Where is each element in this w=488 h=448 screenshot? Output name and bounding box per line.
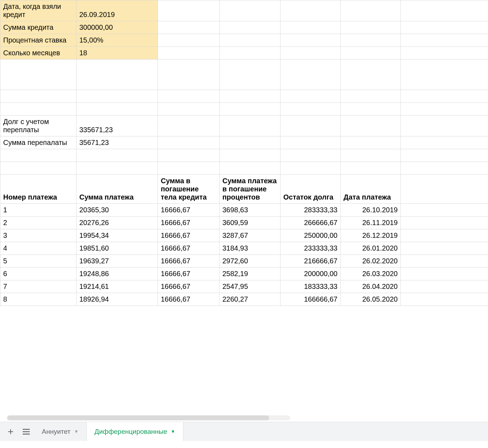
cell-interest[interactable]: 2972,60: [220, 255, 280, 268]
cell[interactable]: [0, 103, 76, 116]
cell-payment[interactable]: 20276,26: [76, 217, 158, 229]
cell[interactable]: [341, 34, 401, 47]
cell-interest[interactable]: 2547,95: [220, 280, 280, 293]
cell[interactable]: [280, 149, 341, 162]
cell[interactable]: [280, 116, 341, 136]
table-row[interactable]: 8 18926,94 16666,67 2260,27 166666,67 26…: [0, 293, 488, 306]
summary-overpay-value[interactable]: 35671,23: [76, 136, 158, 149]
cell[interactable]: [341, 162, 401, 175]
cell[interactable]: [341, 60, 401, 90]
cell[interactable]: [341, 103, 401, 116]
cell-balance[interactable]: 200000,00: [280, 268, 341, 280]
cell[interactable]: [220, 136, 280, 149]
cell-principal[interactable]: 16666,67: [158, 204, 220, 217]
cell-payment[interactable]: 20365,30: [76, 204, 158, 217]
param-date-value[interactable]: 26.09.2019: [76, 0, 158, 21]
cell-interest[interactable]: 3609,59: [220, 217, 280, 229]
cell-principal[interactable]: 16666,67: [158, 242, 220, 255]
cell[interactable]: [401, 268, 488, 280]
param-months-label[interactable]: Сколько месяцев: [0, 47, 76, 60]
cell[interactable]: [401, 34, 488, 47]
cell[interactable]: [158, 149, 220, 162]
cell[interactable]: [401, 0, 488, 21]
add-sheet-button[interactable]: [3, 424, 18, 439]
all-sheets-button[interactable]: [18, 424, 34, 439]
cell[interactable]: [158, 0, 220, 21]
scrollbar-thumb[interactable]: [7, 415, 269, 420]
param-amount-label[interactable]: Сумма кредита: [0, 21, 76, 34]
table-row[interactable]: 3 19954,34 16666,67 3287,67 250000,00 26…: [0, 229, 488, 242]
cell[interactable]: [220, 116, 280, 136]
cell-date[interactable]: 26.12.2019: [341, 229, 401, 242]
cell[interactable]: [280, 162, 341, 175]
table-row[interactable]: 5 19639,27 16666,67 2972,60 216666,67 26…: [0, 255, 488, 268]
cell[interactable]: [220, 0, 280, 21]
cell[interactable]: [220, 47, 280, 60]
cell-payment[interactable]: 18926,94: [76, 293, 158, 306]
cell-interest[interactable]: 3698,63: [220, 204, 280, 217]
cell-date[interactable]: 26.01.2020: [341, 242, 401, 255]
cell[interactable]: [280, 0, 341, 21]
cell[interactable]: [0, 162, 76, 175]
cell-principal[interactable]: 16666,67: [158, 229, 220, 242]
cell-payment[interactable]: 19954,34: [76, 229, 158, 242]
cell-num[interactable]: 1: [0, 204, 76, 217]
cell-balance[interactable]: 233333,33: [280, 242, 341, 255]
cell[interactable]: [401, 280, 488, 293]
cell[interactable]: [220, 149, 280, 162]
cell[interactable]: [76, 149, 158, 162]
cell[interactable]: [158, 103, 220, 116]
cell-num[interactable]: 8: [0, 293, 76, 306]
cell-principal[interactable]: 16666,67: [158, 280, 220, 293]
cell-payment[interactable]: 19214,61: [76, 280, 158, 293]
cell[interactable]: [158, 136, 220, 149]
col-header-date[interactable]: Дата платежа: [341, 175, 401, 204]
cell-num[interactable]: 3: [0, 229, 76, 242]
cell[interactable]: [280, 90, 341, 103]
cell[interactable]: [220, 162, 280, 175]
cell[interactable]: [401, 136, 488, 149]
col-header-payment[interactable]: Сумма платежа: [76, 175, 158, 204]
cell[interactable]: [401, 21, 488, 34]
cell[interactable]: [341, 0, 401, 21]
horizontal-scrollbar[interactable]: [7, 415, 290, 420]
cell-payment[interactable]: 19851,60: [76, 242, 158, 255]
cell-num[interactable]: 2: [0, 217, 76, 229]
cell-date[interactable]: 26.11.2019: [341, 217, 401, 229]
cell[interactable]: [280, 21, 341, 34]
cell[interactable]: [220, 103, 280, 116]
cell-interest[interactable]: 3184,93: [220, 242, 280, 255]
cell[interactable]: [401, 90, 488, 103]
cell-principal[interactable]: 16666,67: [158, 255, 220, 268]
cell[interactable]: [158, 60, 220, 90]
cell[interactable]: [0, 149, 76, 162]
cell-balance[interactable]: 250000,00: [280, 229, 341, 242]
param-date-label[interactable]: Дата, когда взяли кредит: [0, 0, 76, 21]
cell[interactable]: [220, 60, 280, 90]
cell[interactable]: [158, 90, 220, 103]
cell-date[interactable]: 26.02.2020: [341, 255, 401, 268]
cell[interactable]: [401, 229, 488, 242]
cell[interactable]: [341, 116, 401, 136]
sheet-tab-differentiated[interactable]: Дифференцированные ▼: [86, 422, 183, 441]
cell[interactable]: [280, 34, 341, 47]
cell-num[interactable]: 7: [0, 280, 76, 293]
cell[interactable]: [220, 21, 280, 34]
cell[interactable]: [158, 116, 220, 136]
cell-num[interactable]: 6: [0, 268, 76, 280]
param-amount-value[interactable]: 300000,00: [76, 21, 158, 34]
cell[interactable]: [341, 136, 401, 149]
col-header-balance[interactable]: Остаток долга: [280, 175, 341, 204]
table-row[interactable]: 2 20276,26 16666,67 3609,59 266666,67 26…: [0, 217, 488, 229]
cell-balance[interactable]: 183333,33: [280, 280, 341, 293]
cell[interactable]: [158, 47, 220, 60]
summary-overpay-label[interactable]: Сумма перепалаты: [0, 136, 76, 149]
cell-interest[interactable]: 2582,19: [220, 268, 280, 280]
param-rate-label[interactable]: Процентная ставка: [0, 34, 76, 47]
spreadsheet-grid[interactable]: Дата, когда взяли кредит 26.09.2019 Сумм…: [0, 0, 488, 422]
cell[interactable]: [76, 60, 158, 90]
cell-balance[interactable]: 216666,67: [280, 255, 341, 268]
cell[interactable]: [401, 162, 488, 175]
cell[interactable]: [0, 90, 76, 103]
col-header-interest[interactable]: Сумма платежа в погашение процентов: [220, 175, 280, 204]
